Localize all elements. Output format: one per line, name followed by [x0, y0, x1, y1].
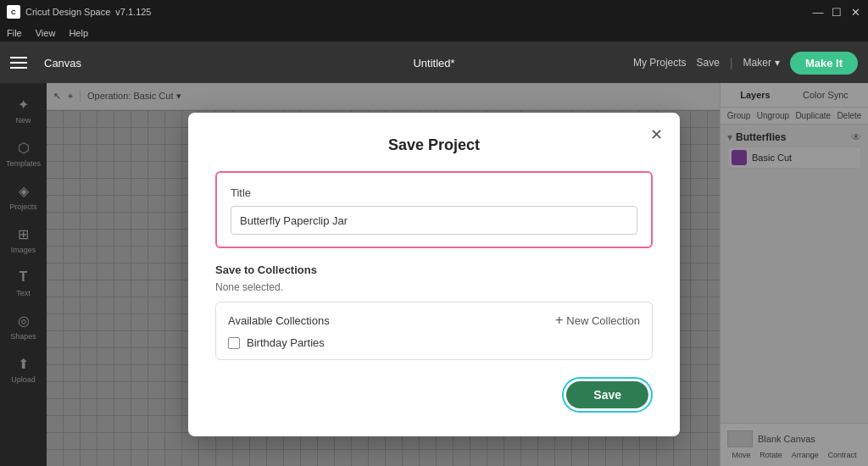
cricut-logo: C [7, 5, 20, 19]
menu-help[interactable]: Help [69, 28, 88, 38]
title-section: Title [215, 171, 653, 248]
available-collections-box: Available Collections + New Collection B… [215, 302, 653, 360]
title-input[interactable] [231, 206, 637, 235]
header-save-button[interactable]: Save [697, 57, 720, 69]
header-right: My Projects Save | Maker ▾ Make It [633, 52, 858, 75]
my-projects-link[interactable]: My Projects [633, 57, 687, 69]
hamburger-line [10, 67, 27, 69]
menu-view[interactable]: View [36, 28, 56, 38]
header-divider: | [730, 56, 733, 69]
new-collection-button[interactable]: + New Collection [555, 313, 640, 328]
app-header: Canvas Untitled* My Projects Save | Make… [0, 42, 868, 83]
hamburger-line [10, 62, 27, 64]
make-it-button[interactable]: Make It [790, 52, 858, 75]
collection-name: Birthday Parties [247, 336, 325, 349]
modal-title: Save Project [215, 136, 653, 154]
hamburger-menu[interactable] [10, 50, 36, 75]
title-field-label: Title [231, 186, 637, 199]
header-left: Canvas [10, 50, 81, 75]
new-collection-label: New Collection [566, 314, 640, 327]
title-bar-left: C Cricut Design Space v7.1.125 [7, 5, 151, 19]
project-title: Untitled* [413, 57, 454, 69]
minimize-button[interactable]: — [812, 6, 824, 18]
collection-checkbox[interactable] [228, 337, 240, 349]
save-footer: Save [215, 377, 653, 413]
save-modal-button[interactable]: Save [566, 381, 648, 408]
available-collections-header: Available Collections + New Collection [228, 313, 640, 328]
hamburger-line [10, 57, 27, 58]
collection-item-birthday[interactable]: Birthday Parties [228, 336, 640, 349]
canvas-label: Canvas [44, 57, 81, 69]
save-project-modal: ✕ Save Project Title Save to Collections… [188, 113, 680, 436]
title-bar-text: Cricut Design Space [25, 7, 110, 17]
menu-bar: File View Help [0, 24, 868, 42]
modal-close-button[interactable]: ✕ [646, 125, 666, 145]
collections-section: Save to Collections None selected. Avail… [215, 264, 653, 360]
menu-file[interactable]: File [7, 28, 22, 38]
close-window-button[interactable]: ✕ [849, 6, 861, 18]
title-bar-version: v7.1.125 [115, 7, 151, 17]
title-bar: C Cricut Design Space v7.1.125 — ☐ ✕ [0, 0, 868, 24]
maximize-button[interactable]: ☐ [831, 6, 843, 18]
plus-icon: + [555, 313, 563, 328]
title-bar-controls: — ☐ ✕ [812, 6, 861, 18]
save-to-collections-label: Save to Collections [215, 264, 653, 276]
none-selected-label: None selected. [215, 281, 653, 293]
available-collections-label: Available Collections [228, 314, 330, 327]
main-layout: ✦ New ⬡ Templates ◈ Projects ⊞ Images T … [0, 83, 868, 466]
save-button-wrapper: Save [562, 377, 653, 413]
maker-selector[interactable]: Maker ▾ [743, 57, 780, 69]
modal-overlay: ✕ Save Project Title Save to Collections… [0, 83, 868, 466]
